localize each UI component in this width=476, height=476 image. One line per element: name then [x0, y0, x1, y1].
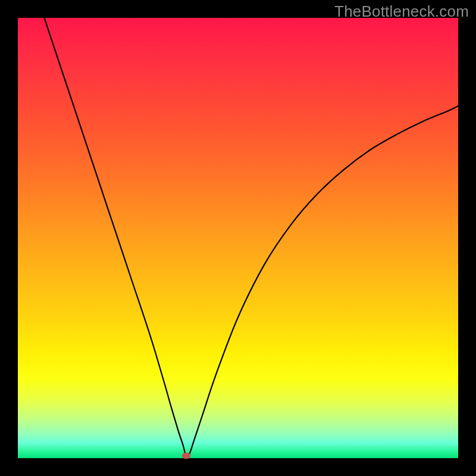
- chart-frame: TheBottleneck.com: [0, 0, 476, 476]
- bottleneck-curve: [18, 18, 458, 458]
- optimal-point-marker: [182, 453, 190, 459]
- plot-area: [18, 18, 458, 458]
